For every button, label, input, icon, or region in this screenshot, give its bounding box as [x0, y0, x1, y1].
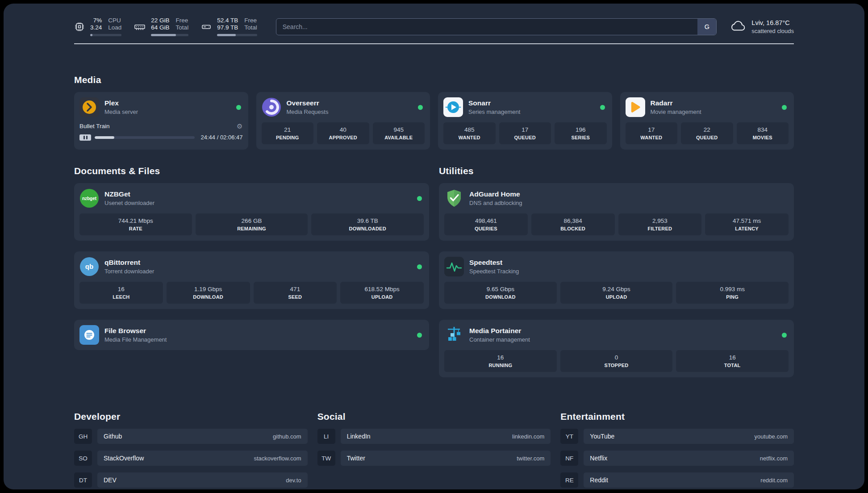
stat-upload: 9.24 GbpsUPLOAD — [560, 282, 673, 304]
now-playing-title: Bullet Train — [79, 123, 110, 130]
status-dot — [417, 196, 422, 201]
stat-running: 16RUNNING — [444, 350, 557, 372]
section-media: Media Plex Media server Bullet Train ⚙ — [74, 75, 794, 150]
stat-download: 1.19 GbpsDOWNLOAD — [167, 282, 250, 304]
sonarr-icon — [443, 97, 463, 117]
link-tag[interactable]: TW — [317, 451, 335, 466]
filebrowser-icon — [79, 325, 99, 345]
ram-progress-bar — [151, 34, 188, 36]
cloud-icon — [730, 20, 746, 34]
link-row-linkedin: LI LinkedIn linkedin.com — [317, 429, 551, 444]
link-tag[interactable]: GH — [74, 429, 92, 444]
topbar-divider — [74, 43, 794, 44]
section-documents: Documents & Files nzbget NZBGet Usenet d… — [74, 166, 429, 350]
service-subtitle: DNS and adblocking — [469, 200, 789, 206]
disk-total-value: 97.9 TB — [217, 24, 238, 31]
cpu-icon — [74, 21, 85, 32]
gear-icon[interactable]: ⚙ — [237, 123, 242, 130]
nzbget-icon: nzbget — [79, 188, 99, 208]
service-subtitle: Media File Management — [104, 336, 412, 343]
section-title-utilities: Utilities — [439, 166, 794, 176]
link-tag[interactable]: NF — [560, 451, 578, 466]
playback-progress-bar[interactable] — [95, 136, 195, 139]
disk-metric: 52.4 TB Free 97.9 TB Total — [201, 17, 257, 36]
service-card-overseerr[interactable]: Overseerr Media Requests 21PENDING 40APP… — [256, 92, 430, 150]
stat-download: 9.65 GbpsDOWNLOAD — [444, 282, 557, 304]
service-title: Media Portainer — [469, 327, 776, 335]
service-card-nzbget[interactable]: nzbget NZBGet Usenet downloader 744.21 M… — [74, 183, 429, 241]
service-title: Plex — [104, 99, 231, 107]
link-netflix[interactable]: Netflix netflix.com — [584, 451, 794, 466]
cpu-progress-fill — [90, 34, 92, 36]
weather-condition: scattered clouds — [751, 28, 794, 34]
link-twitter[interactable]: Twitter twitter.com — [341, 451, 551, 466]
service-title: File Browser — [104, 327, 412, 335]
speedtest-icon — [444, 257, 464, 276]
portainer-icon — [444, 325, 464, 345]
stat-upload: 618.52 MbpsUPLOAD — [340, 282, 424, 304]
radarr-icon — [626, 97, 645, 117]
link-row-github: GH Github github.com — [74, 429, 308, 444]
status-dot — [417, 333, 422, 338]
ram-progress-fill — [151, 34, 175, 36]
link-tag[interactable]: DT — [74, 472, 92, 488]
ram-free-label: Free — [176, 17, 189, 24]
stat-series: 196SERIES — [555, 122, 607, 144]
disk-progress-fill — [217, 34, 236, 36]
stat-pending: 21PENDING — [262, 122, 314, 144]
stat-wanted: 485WANTED — [443, 122, 496, 144]
section-utilities: Utilities AdGuard Home DNS and adblockin… — [439, 166, 794, 377]
stat-available: 945AVAILABLE — [373, 122, 425, 144]
service-subtitle: Media server — [104, 109, 231, 115]
section-social: Social LI LinkedIn linkedin.com TW Twitt… — [317, 411, 551, 489]
status-dot — [782, 333, 787, 338]
stat-movies: 834MOVIES — [737, 122, 789, 144]
service-card-filebrowser[interactable]: File Browser Media File Management — [74, 320, 429, 350]
service-title: AdGuard Home — [469, 190, 789, 198]
status-dot — [782, 105, 787, 110]
search-engine-button[interactable]: G — [697, 19, 716, 35]
ram-metric: 22 GiB Free 64 GiB Total — [134, 17, 188, 36]
link-reddit[interactable]: Reddit reddit.com — [584, 472, 794, 488]
service-title: Speedtest — [469, 259, 789, 267]
service-title: Radarr — [651, 99, 777, 107]
service-card-portainer[interactable]: Media Portainer Container management 16R… — [439, 320, 794, 377]
service-subtitle: Usenet downloader — [104, 200, 412, 206]
adguard-icon — [444, 188, 464, 208]
qbittorrent-icon: qb — [79, 257, 99, 276]
plex-icon — [79, 97, 99, 117]
link-stackoverflow[interactable]: StackOverflow stackoverflow.com — [97, 451, 308, 466]
stat-seed: 471SEED — [254, 282, 337, 304]
service-card-sonarr[interactable]: Sonarr Series management 485WANTED 17QUE… — [438, 92, 612, 150]
search-input[interactable] — [276, 18, 717, 35]
disk-free-label: Free — [244, 17, 257, 24]
cpu-load-value: 3.24 — [90, 24, 102, 31]
pause-button[interactable] — [79, 134, 91, 141]
link-row-dev: DT DEV dev.to — [74, 472, 308, 488]
link-tag[interactable]: SO — [74, 451, 92, 466]
link-row-reddit: RE Reddit reddit.com — [560, 472, 794, 488]
overseerr-icon — [262, 97, 281, 117]
service-card-speedtest[interactable]: Speedtest Speedtest Tracking 9.65 GbpsDO… — [439, 251, 794, 309]
link-row-stackoverflow: SO StackOverflow stackoverflow.com — [74, 451, 308, 466]
service-card-radarr[interactable]: Radarr Movie management 17WANTED 22QUEUE… — [620, 92, 794, 150]
link-youtube[interactable]: YouTube youtube.com — [584, 429, 794, 444]
link-tag[interactable]: RE — [560, 472, 578, 488]
ram-icon — [134, 21, 146, 32]
disk-progress-bar — [217, 34, 257, 36]
link-github[interactable]: Github github.com — [97, 429, 308, 444]
link-linkedin[interactable]: LinkedIn linkedin.com — [341, 429, 551, 444]
section-title-media: Media — [74, 75, 794, 85]
stat-stopped: 0STOPPED — [560, 350, 673, 372]
playback-time: 24:44 / 02:06:47 — [201, 134, 243, 141]
link-tag[interactable]: LI — [317, 429, 335, 444]
link-tag[interactable]: YT — [560, 429, 578, 444]
service-title: Sonarr — [468, 99, 595, 107]
stat-wanted: 17WANTED — [626, 122, 678, 144]
stat-downloaded: 39.6 TBDOWNLOADED — [311, 213, 424, 235]
link-dev[interactable]: DEV dev.to — [97, 472, 308, 488]
service-card-qbittorrent[interactable]: qb qBittorrent Torrent downloader 16LEEC… — [74, 251, 429, 309]
service-card-adguard[interactable]: AdGuard Home DNS and adblocking 498,461Q… — [439, 183, 794, 241]
service-card-plex[interactable]: Plex Media server Bullet Train ⚙ 24:44 /… — [74, 92, 248, 150]
playback-progress-fill — [95, 136, 114, 139]
